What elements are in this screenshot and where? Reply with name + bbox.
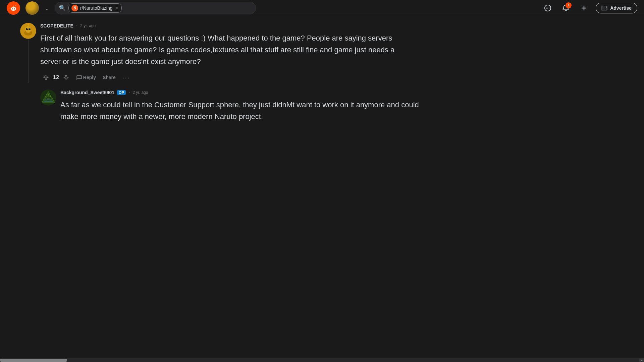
advertise-icon	[601, 5, 607, 11]
svg-point-5	[606, 6, 607, 7]
svg-point-12	[30, 28, 30, 29]
notifications-button[interactable]: 1	[559, 2, 572, 14]
comment-2-author[interactable]: Background_Sweet6901	[60, 90, 114, 95]
scrollbar-right-arrow[interactable]: ▶	[639, 358, 644, 362]
svg-point-11	[27, 28, 28, 29]
scrollbar-thumb[interactable]	[0, 359, 67, 362]
share-button[interactable]: Share	[100, 73, 118, 82]
upvote-button[interactable]	[40, 72, 52, 82]
comment-1-container: SCOPEDELITE · 2 yr. ago First of all tha…	[20, 23, 449, 83]
header-right: 1 Advertise	[541, 2, 637, 14]
expand-user-menu-icon[interactable]: ⌄	[44, 4, 49, 12]
downvote-icon	[63, 74, 69, 80]
subreddit-pill[interactable]: N r/NarutoBlazing ✕	[68, 3, 122, 13]
comment-1-actions: 12 Reply Share ···	[40, 72, 449, 83]
comment-1-vote-count: 12	[53, 74, 59, 80]
reddit-icon	[9, 4, 18, 12]
comment-2-container: Background_Sweet6901 OP · 2 yr. ago As f…	[40, 89, 449, 127]
chat-button[interactable]	[541, 2, 554, 14]
svg-point-3	[547, 7, 548, 8]
comment-reply-button[interactable]: Reply	[73, 72, 99, 82]
comment-2-body: As far as we could tell in the Customer …	[60, 99, 436, 122]
background-sweet-avatar-image	[40, 89, 56, 106]
scopedelite-avatar-image	[20, 23, 36, 39]
user-avatar-image	[25, 1, 39, 15]
chat-icon	[544, 4, 551, 12]
comment-1-left	[20, 23, 36, 83]
comment-2-meta: Background_Sweet6901 OP · 2 yr. ago	[60, 89, 436, 96]
comment-1-time: 2 yr. ago	[80, 23, 96, 28]
comment-meta-dot-2: ·	[128, 89, 130, 96]
svg-point-2	[546, 7, 547, 8]
search-bar[interactable]: 🔍 N r/NarutoBlazing ✕	[55, 2, 256, 14]
svg-point-14	[28, 23, 29, 25]
reply-icon	[76, 74, 82, 80]
notification-badge: 1	[566, 2, 572, 8]
svg-point-10	[29, 28, 31, 30]
comment-1-author[interactable]: SCOPEDELITE	[40, 23, 73, 28]
reddit-logo[interactable]	[7, 1, 20, 15]
comment-2-content: Background_Sweet6901 OP · 2 yr. ago As f…	[60, 89, 436, 127]
share-label: Share	[103, 75, 116, 80]
comment-1-meta: SCOPEDELITE · 2 yr. ago	[40, 23, 449, 29]
advertise-button[interactable]: Advertise	[596, 3, 637, 13]
downvote-button[interactable]	[60, 72, 72, 82]
scrollbar-track: ▶	[0, 358, 644, 362]
svg-point-4	[548, 7, 549, 8]
subreddit-avatar-icon: N	[73, 6, 76, 10]
main-content: SCOPEDELITE · 2 yr. ago First of all tha…	[0, 16, 470, 134]
comment-1-content: SCOPEDELITE · 2 yr. ago First of all tha…	[40, 23, 449, 83]
svg-point-9	[26, 28, 28, 30]
svg-point-20	[48, 98, 49, 99]
upvote-icon	[43, 74, 49, 80]
advertise-label: Advertise	[610, 5, 632, 11]
comment-thread-line	[28, 40, 29, 83]
reply-label: Reply	[83, 75, 96, 80]
op-badge: OP	[117, 90, 126, 95]
comment-meta-dot-1: ·	[76, 23, 77, 29]
header: ⌄ 🔍 N r/NarutoBlazing ✕ 1	[0, 0, 644, 16]
add-post-button[interactable]	[578, 2, 590, 14]
more-actions-button[interactable]: ···	[120, 72, 133, 83]
subreddit-pill-close-icon[interactable]: ✕	[115, 5, 119, 11]
user-avatar-header[interactable]	[25, 1, 39, 15]
comment-1-body: First of all thank you for answering our…	[40, 32, 416, 68]
comment-2-time: 2 yr. ago	[132, 90, 148, 95]
bottom-scrollbar[interactable]: ▶	[0, 358, 644, 362]
plus-icon	[580, 4, 588, 12]
background-sweet-avatar	[40, 89, 56, 106]
subreddit-pill-avatar: N	[71, 5, 78, 11]
scopedelite-avatar	[20, 23, 36, 39]
search-icon: 🔍	[59, 5, 66, 11]
subreddit-pill-label: r/NarutoBlazing	[80, 5, 113, 11]
